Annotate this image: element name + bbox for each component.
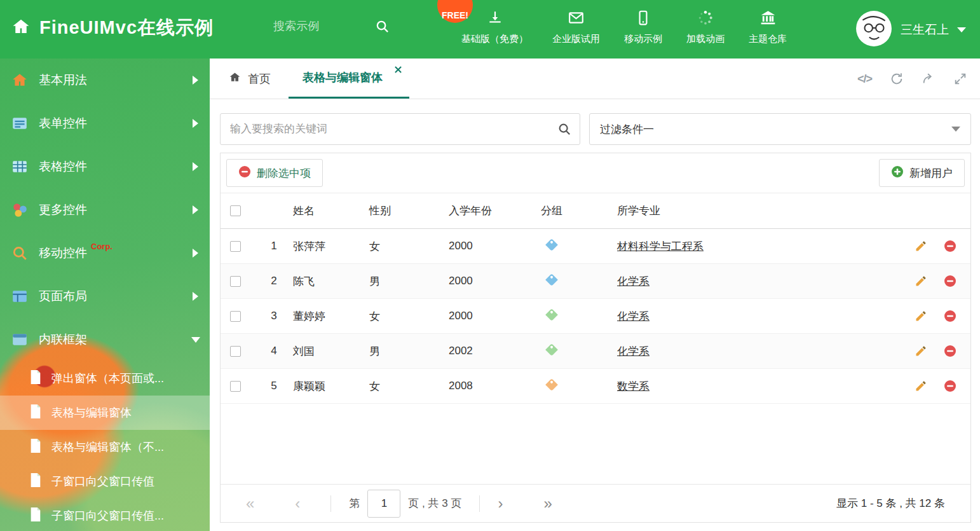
- table-row: 5 康颖颖 女 2008 数学系: [221, 369, 970, 404]
- next-page-button[interactable]: ›: [498, 496, 503, 511]
- sidebar-child-grid-edit-window-2[interactable]: 表格与编辑窗体（不...: [0, 430, 210, 464]
- chevron-right-icon: [193, 292, 198, 301]
- tab-toolbar: </>: [857, 59, 967, 99]
- nav-basic-edition[interactable]: 基础版（免费）: [461, 10, 528, 45]
- page-number-input[interactable]: [367, 490, 400, 518]
- sidebar-children: 弹出窗体（本页面或... 表格与编辑窗体 表格与编辑窗体（不... 子窗口向父窗…: [0, 361, 210, 531]
- major-link[interactable]: 化学系: [617, 310, 650, 322]
- sidebar-child-label: 表格与编辑窗体（不...: [51, 439, 164, 455]
- sidebar-item-page-layout[interactable]: 页面布局: [0, 275, 210, 318]
- edit-icon[interactable]: [915, 275, 927, 287]
- record-count-summary: 显示 1 - 5 条 , 共 12 条: [836, 496, 945, 511]
- brand[interactable]: FineUIMvc在线示例: [11, 15, 214, 41]
- sidebar-item-mobile-controls[interactable]: 移动控件 Corp.: [0, 231, 210, 275]
- delete-row-icon[interactable]: [944, 240, 956, 252]
- chevron-down-icon: [957, 27, 966, 32]
- sidebar-item-label: 表格控件: [39, 158, 87, 175]
- nav-theme-repo[interactable]: 主题仓库: [749, 10, 787, 45]
- column-year: 入学年份: [449, 203, 541, 218]
- edit-icon[interactable]: [915, 310, 927, 322]
- close-icon[interactable]: [395, 66, 402, 73]
- first-page-button[interactable]: «: [246, 496, 254, 511]
- select-all-checkbox[interactable]: [230, 205, 241, 216]
- app-header: FineUIMvc在线示例 FREE! 基础版（免费） 企业版试用 移动示例: [0, 0, 980, 59]
- sidebar-item-label: 更多控件: [39, 202, 87, 218]
- refresh-icon[interactable]: [890, 72, 904, 86]
- column-name: 姓名: [293, 203, 369, 218]
- chevron-down-icon: [951, 127, 960, 132]
- row-checkbox[interactable]: [230, 276, 241, 287]
- major-link[interactable]: 数学系: [617, 380, 650, 392]
- row-checkbox[interactable]: [230, 241, 241, 252]
- search-icon[interactable]: [557, 122, 571, 136]
- chevron-right-icon: [193, 162, 198, 171]
- sidebar-item-iframe[interactable]: 内联框架: [0, 318, 210, 361]
- chevron-right-icon: [193, 205, 198, 214]
- spinner-icon: [697, 10, 714, 29]
- form-icon: [11, 115, 28, 132]
- tab-home[interactable]: 首页: [210, 59, 289, 99]
- main-content: 首页 表格与编辑窗体 </>: [210, 59, 980, 531]
- row-checkbox[interactable]: [230, 346, 241, 357]
- sidebar-item-more-controls[interactable]: 更多控件: [0, 188, 210, 231]
- search-icon[interactable]: [375, 19, 390, 34]
- sidebar-item-label: 移动控件: [39, 245, 87, 261]
- row-index: 4: [255, 345, 293, 357]
- row-index: 1: [255, 240, 293, 252]
- mobile-icon: [635, 10, 651, 29]
- nav-loading-animation[interactable]: 加载动画: [686, 10, 725, 45]
- user-menu[interactable]: 三生石上: [855, 10, 966, 50]
- prev-page-button[interactable]: ‹: [295, 496, 300, 511]
- delete-row-icon[interactable]: [944, 380, 956, 392]
- bank-icon: [759, 10, 777, 29]
- major-link[interactable]: 化学系: [617, 275, 650, 287]
- table-empty-space: [221, 404, 970, 484]
- row-checkbox[interactable]: [230, 381, 241, 392]
- keyword-search: [220, 113, 580, 145]
- sidebar-child-popup-window[interactable]: 弹出窗体（本页面或...: [0, 361, 210, 396]
- tab-grid-edit-window[interactable]: 表格与编辑窗体: [289, 59, 409, 99]
- cell-gender: 女: [369, 309, 449, 324]
- edit-icon[interactable]: [915, 345, 927, 357]
- tab-bar: 首页 表格与编辑窗体 </>: [210, 59, 980, 99]
- sidebar-child-grid-edit-window[interactable]: 表格与编辑窗体: [0, 396, 210, 430]
- sidebar-child-child-to-parent-2[interactable]: 子窗口向父窗口传值...: [0, 499, 210, 531]
- delete-row-icon[interactable]: [944, 275, 956, 287]
- tab-label: 首页: [248, 71, 271, 86]
- fullscreen-icon[interactable]: [953, 72, 967, 86]
- delete-selected-button[interactable]: 删除选中项: [226, 159, 323, 187]
- edit-icon[interactable]: [915, 240, 927, 252]
- sidebar-child-child-to-parent[interactable]: 子窗口向父窗口传值: [0, 464, 210, 499]
- nav-enterprise-trial[interactable]: 企业版试用: [552, 10, 600, 45]
- last-page-button[interactable]: »: [543, 496, 552, 511]
- open-new-window-icon[interactable]: [922, 72, 936, 86]
- cell-name: 张萍萍: [293, 239, 369, 254]
- home-icon: [229, 71, 241, 86]
- tab-label: 表格与编辑窗体: [303, 70, 383, 85]
- sidebar-item-grid-controls[interactable]: 表格控件: [0, 145, 210, 188]
- cell-name: 康颖颖: [293, 379, 369, 394]
- cell-year: 2002: [449, 345, 541, 357]
- nav-mobile-demo[interactable]: 移动示例: [624, 10, 662, 45]
- major-link[interactable]: 化学系: [617, 345, 650, 357]
- table-header-row: 姓名 性别 入学年份 分组 所学专业: [221, 193, 970, 229]
- major-link[interactable]: 材料科学与工程系: [617, 240, 704, 252]
- cell-gender: 男: [369, 344, 449, 359]
- filter-dropdown[interactable]: 过滤条件一: [589, 113, 971, 145]
- keyword-search-input[interactable]: [220, 113, 580, 145]
- sidebar-item-basic-usage[interactable]: 基本用法: [0, 59, 210, 102]
- nav-label: 主题仓库: [749, 33, 787, 45]
- header-search[interactable]: [273, 19, 407, 34]
- row-index: 3: [255, 310, 293, 322]
- delete-selected-label: 删除选中项: [257, 166, 311, 181]
- header-search-input[interactable]: [273, 20, 375, 33]
- add-user-label: 新增用户: [909, 166, 953, 181]
- edit-icon[interactable]: [915, 380, 927, 392]
- delete-row-icon[interactable]: [944, 310, 956, 322]
- sidebar-item-form-controls[interactable]: 表单控件: [0, 102, 210, 145]
- delete-row-icon[interactable]: [944, 345, 956, 357]
- row-checkbox[interactable]: [230, 311, 241, 322]
- cell-name: 董婷婷: [293, 309, 369, 324]
- grid-panel: 删除选中项 新增用户 姓名 性别 入学年份 分组 所学专业 1 张萍萍 女: [220, 153, 971, 523]
- add-user-button[interactable]: 新增用户: [879, 159, 965, 187]
